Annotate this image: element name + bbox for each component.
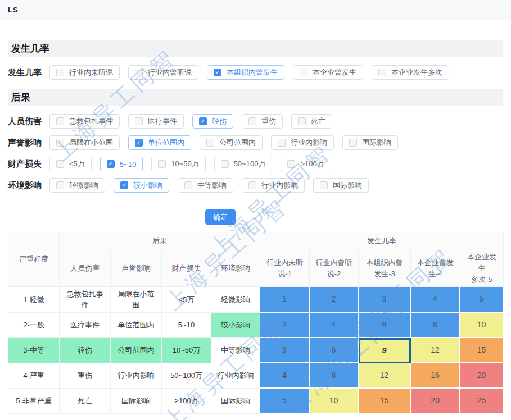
matrix-cell[interactable]: 8 [411,313,460,338]
checkbox-icon [184,181,192,189]
top-bar: LS [0,0,511,20]
matrix-cell[interactable]: 10 [460,313,504,338]
checkbox-icon [278,139,286,147]
matrix-cell[interactable]: 5 [460,287,504,312]
checkbox-option-label: 国际影响 [333,180,362,190]
checkbox-icon [158,160,166,168]
checkbox-option[interactable]: 行业内影响 [271,135,334,150]
confirm-button[interactable]: 确定 [205,209,236,225]
checkbox-checked-icon: ✓ [107,160,115,168]
matrix-cell[interactable]: 6 [359,313,411,338]
matrix-cell[interactable]: 4 [310,313,359,338]
matrix-cell[interactable]: 12 [359,363,411,389]
checkbox-option-label: 急救包扎事件 [69,116,113,126]
consequence-cell: 局限在小范围 [111,287,162,312]
checkbox-option[interactable]: 急救包扎事件 [49,114,120,129]
matrix-row: 1-轻微急救包扎事件局限在小范围<5万轻微影响12345 [8,287,504,312]
severity-cell: 1-轻微 [8,287,60,312]
form-row-label: 财产损失 [8,159,49,170]
checkbox-option[interactable]: ✓单位范围内 [128,135,191,150]
checkbox-option[interactable]: ✓较小影响 [114,178,169,193]
consequence-cell: 国际影响 [211,389,260,414]
checkbox-option[interactable]: 本企业曾发生 [293,65,363,80]
matrix-cell[interactable]: 20 [460,363,504,389]
matrix-cell[interactable]: 15 [359,389,411,414]
checkbox-option[interactable]: 行业内影响 [242,178,305,193]
checkbox-icon [56,139,64,147]
checkbox-icon [287,160,295,168]
checkbox-checked-icon: ✓ [199,117,207,125]
checkbox-option[interactable]: 轻微影响 [49,178,105,193]
checkbox-option-label: 死亡 [311,116,325,126]
matrix-cell-selected[interactable]: 9 [359,338,411,363]
probability-group-header: 发生几率 [260,232,504,250]
matrix-cell[interactable]: 4 [411,287,460,312]
form-row-label: 人员伤害 [8,116,49,127]
checkbox-option[interactable]: 中等影响 [178,178,233,193]
checkbox-option-label: 50~100万 [234,159,266,169]
checkbox-option[interactable]: 国际影响 [313,178,369,193]
matrix-cell[interactable]: 6 [310,338,359,363]
matrix-cell[interactable]: 4 [260,363,310,389]
checkbox-icon [206,139,214,147]
form-row-label: 声誉影响 [8,138,49,148]
checkbox-option-label: 国际影响 [362,138,391,148]
matrix-cell[interactable]: 3 [359,287,411,312]
matrix-cell[interactable]: 16 [411,363,460,389]
checkbox-option[interactable]: 行业内未听说 [49,65,120,80]
checkbox-icon [248,117,256,125]
checkbox-option[interactable]: 行业内曾听说 [128,65,198,80]
checkbox-icon [56,117,64,125]
checkbox-option-label: 行业内未听说 [69,67,113,77]
matrix-row: 3-中等轻伤公司范围内10~50万中等影响3691215 [8,338,504,363]
severity-corner-header: 严重程度 [8,232,60,287]
checkbox-option[interactable]: 本企业发生多次 [372,65,449,80]
checkbox-option-label: 轻微影响 [69,180,98,190]
checkbox-option[interactable]: 重伤 [242,114,283,129]
matrix-cell[interactable]: 20 [411,389,460,414]
matrix-cell[interactable]: 1 [260,287,310,312]
checkbox-option[interactable]: 公司范围内 [200,135,263,150]
option-group: 局限在小范围✓单位范围内公司范围内行业内影响国际影响 [49,135,406,150]
matrix-cell[interactable]: 2 [310,287,359,312]
matrix-cell[interactable]: 5 [260,389,310,414]
checkbox-option[interactable]: ✓5~10 [100,157,143,171]
checkbox-icon [56,69,64,76]
matrix-cell[interactable]: 8 [310,363,359,389]
matrix-cell[interactable]: 10 [310,389,359,414]
checkbox-option[interactable]: ✓轻伤 [192,114,233,129]
matrix-cell[interactable]: 2 [260,313,310,338]
severity-cell: 5-非常严重 [8,389,60,414]
matrix-cell[interactable]: 25 [460,389,504,414]
checkbox-checked-icon: ✓ [120,181,128,189]
checkbox-option[interactable]: 10~50万 [151,157,206,171]
form-row: 发生几率行业内未听说行业内曾听说✓本组织内曾发生本企业曾发生本企业发生多次 [8,65,503,80]
app-logo-text: LS [8,6,19,14]
probability-column-header: 行业内曾听 说-2 [310,250,359,287]
matrix-cell[interactable]: 15 [460,338,504,363]
checkbox-option[interactable]: 死亡 [291,114,332,129]
checkbox-icon [221,160,229,168]
consequence-cell: 重伤 [60,363,111,389]
section-title: 后果 [8,89,503,106]
matrix-cell[interactable]: 3 [260,338,310,363]
checkbox-checked-icon: ✓ [135,139,143,147]
matrix-row: 2-一般医疗事件单位范围内5~10较小影响246810 [8,313,504,338]
checkbox-option-label: 医疗事件 [148,116,177,126]
checkbox-option[interactable]: ✓本组织内曾发生 [207,65,284,80]
section-title: 发生几率 [8,40,503,57]
checkbox-option[interactable]: 国际影响 [342,135,398,150]
form-row: 声誉影响局限在小范围✓单位范围内公司范围内行业内影响国际影响 [8,135,503,150]
checkbox-option[interactable]: 局限在小范围 [49,135,120,150]
matrix-cell[interactable]: 12 [411,338,460,363]
checkbox-option[interactable]: 医疗事件 [128,114,184,129]
severity-cell: 2-一般 [8,313,60,338]
checkbox-icon [135,117,143,125]
checkbox-option-label: 单位范围内 [148,138,184,148]
checkbox-icon [135,69,143,76]
consequence-cell: 单位范围内 [111,313,162,338]
checkbox-option[interactable]: 50~100万 [214,157,273,171]
checkbox-option[interactable]: <5万 [49,157,92,171]
option-group: 行业内未听说行业内曾听说✓本组织内曾发生本企业曾发生本企业发生多次 [49,65,458,80]
checkbox-option[interactable]: >100万 [281,157,331,171]
